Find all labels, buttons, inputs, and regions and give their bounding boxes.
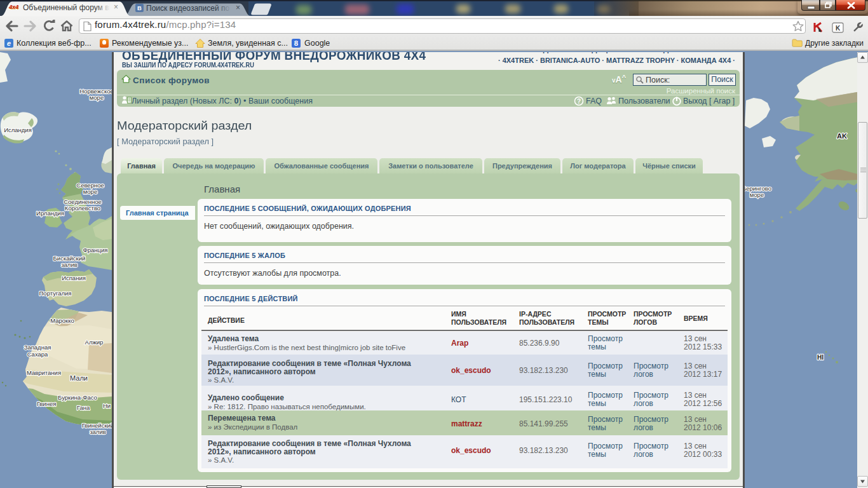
- svg-text:Королевство: Королевство: [65, 205, 100, 212]
- svg-text:Мавритания: Мавритания: [27, 369, 61, 376]
- svg-text:Буркина-Фасо: Буркина-Фасо: [58, 394, 97, 401]
- svg-text:Сахара: Сахара: [27, 351, 48, 358]
- svg-text:Марокко: Марокко: [50, 317, 74, 324]
- svg-text:Гана: Гана: [77, 404, 90, 411]
- svg-text:Мали: Мали: [70, 374, 88, 382]
- svg-text:море: море: [83, 188, 97, 195]
- svg-text:Ни: Ни: [103, 402, 111, 409]
- svg-text:Ирландия: Ирландия: [36, 210, 64, 217]
- svg-text:Алжир: Алжир: [85, 339, 104, 346]
- svg-text:Франция: Франция: [83, 247, 108, 254]
- svg-text:Гвинея: Гвинея: [37, 400, 57, 407]
- svg-text:море: море: [90, 94, 104, 101]
- svg-text:K: K: [836, 25, 841, 32]
- svg-text:море: море: [750, 191, 764, 198]
- svg-text:AK: AK: [837, 132, 847, 140]
- svg-text:?: ?: [577, 98, 581, 105]
- svg-text:HI: HI: [817, 354, 824, 361]
- svg-text:залив: залив: [61, 261, 78, 268]
- svg-text:Испания: Испания: [62, 274, 86, 281]
- svg-text:Исландия: Исландия: [4, 126, 32, 133]
- svg-text:Португалия: Португалия: [39, 290, 72, 297]
- svg-text:Западная: Западная: [24, 344, 51, 351]
- svg-text:залив: залив: [90, 428, 106, 435]
